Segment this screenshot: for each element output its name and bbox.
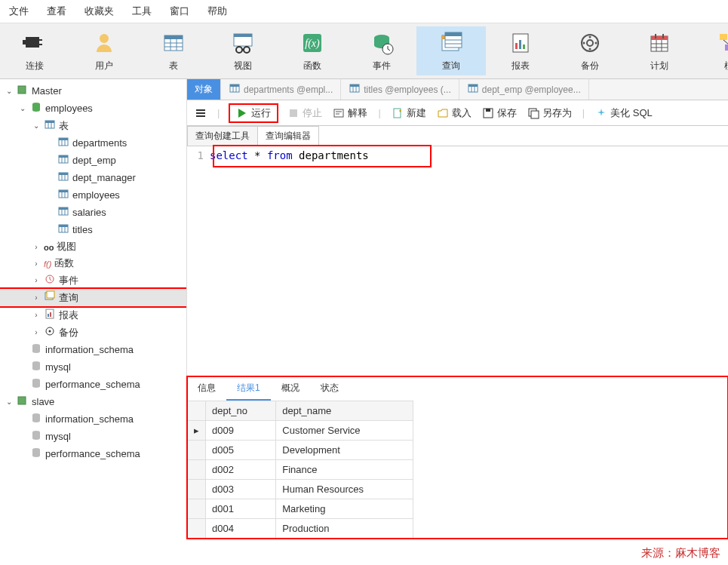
col-dept_name[interactable]: dept_name xyxy=(276,401,413,421)
cell[interactable]: d005 xyxy=(206,441,276,460)
tree--[interactable]: ›f()函数 xyxy=(0,255,186,272)
cell[interactable]: Development xyxy=(276,441,413,460)
expand-toggle[interactable]: › xyxy=(32,328,41,336)
tree-mysql[interactable]: mysql xyxy=(0,358,186,376)
toolbar-plug[interactable]: 连接 xyxy=(0,26,69,75)
cell[interactable]: Customer Service xyxy=(276,421,413,441)
restab-profile[interactable]: 概况 xyxy=(271,377,310,401)
toolbar-query[interactable]: 查询 xyxy=(416,26,486,75)
beautify-button[interactable]: 美化 SQL xyxy=(595,106,653,120)
expand-toggle[interactable]: ⌄ xyxy=(18,104,27,112)
run-button[interactable]: 运行 xyxy=(230,105,277,121)
save-button[interactable]: 保存 xyxy=(482,106,517,120)
toolbar-schedule[interactable]: 计划 xyxy=(625,26,694,75)
toolbar-event[interactable]: 事件 xyxy=(347,26,416,75)
sql-editor[interactable]: 1 select * from departments xyxy=(187,146,728,376)
tab-3[interactable]: dept_emp @employee... xyxy=(459,79,589,100)
stop-button[interactable]: 停止 xyxy=(287,106,322,120)
load-button[interactable]: 载入 xyxy=(437,106,472,120)
table-row[interactable]: d003Human Resources xyxy=(188,480,413,499)
svg-rect-118 xyxy=(486,109,490,112)
restab-result1[interactable]: 结果1 xyxy=(226,377,271,401)
subtab-builder[interactable]: 查询创建工具 xyxy=(187,126,258,146)
svg-text:f(x): f(x) xyxy=(305,38,320,50)
svg-point-90 xyxy=(49,330,51,333)
tree--[interactable]: ›查询 xyxy=(0,289,186,306)
tree-employees[interactable]: ⌄employees xyxy=(0,100,186,117)
toolbar-user[interactable]: 用户 xyxy=(69,26,139,75)
toolbar-report[interactable]: 报表 xyxy=(486,26,555,75)
tree-icon xyxy=(30,412,42,426)
cell[interactable]: d009 xyxy=(206,421,276,441)
toolbar-table[interactable]: 表 xyxy=(139,26,208,75)
tree-dept-emp[interactable]: dept_emp xyxy=(0,152,186,169)
expand-toggle[interactable]: › xyxy=(32,311,41,319)
cell[interactable]: Human Resources xyxy=(276,480,413,499)
tree-mysql[interactable]: mysql xyxy=(0,428,186,445)
menu-toggle-button[interactable] xyxy=(195,107,207,119)
tree-information-schema[interactable]: information_schema xyxy=(0,341,186,358)
tree-salaries[interactable]: salaries xyxy=(0,204,186,221)
restab-info[interactable]: 信息 xyxy=(187,377,226,401)
tab-1[interactable]: departments @empl... xyxy=(221,79,341,100)
code-area[interactable]: select * from departments xyxy=(210,149,728,373)
cell[interactable]: Marketing xyxy=(276,499,413,519)
tree-employees[interactable]: employees xyxy=(0,186,186,204)
tree-information-schema[interactable]: information_schema xyxy=(0,410,186,428)
tree-departments[interactable]: departments xyxy=(0,134,186,152)
expand-toggle[interactable]: ⌄ xyxy=(32,121,41,130)
cell[interactable]: d004 xyxy=(206,519,276,539)
tree-icon: f() xyxy=(44,258,51,269)
tree-dept-manager[interactable]: dept_manager xyxy=(0,169,186,186)
tree--[interactable]: ›报表 xyxy=(0,306,186,324)
tab-2[interactable]: titles @employees (... xyxy=(341,79,459,100)
menu-help[interactable]: 帮助 xyxy=(207,5,227,18)
tree-label: 函数 xyxy=(54,256,74,270)
expand-toggle[interactable]: › xyxy=(32,259,41,268)
tree--[interactable]: ›oo视图 xyxy=(0,238,186,255)
tree-slave[interactable]: ⌄slave xyxy=(0,393,186,410)
col-dept_no[interactable]: dept_no xyxy=(206,401,276,421)
tree--[interactable]: ›备份 xyxy=(0,324,186,341)
table-row[interactable]: d005Development xyxy=(188,441,413,460)
toolbar-backup[interactable]: 备份 xyxy=(555,26,625,75)
toolbar-model[interactable]: 模 xyxy=(694,26,728,75)
new-button[interactable]: 新建 xyxy=(392,106,426,120)
result-grid[interactable]: dept_nodept_name▸d009Customer Serviced00… xyxy=(187,401,413,539)
tree-performance-schema[interactable]: performance_schema xyxy=(0,376,186,393)
tree-performance-schema[interactable]: performance_schema xyxy=(0,445,186,462)
menu-favorites[interactable]: 收藏夹 xyxy=(84,5,114,18)
expand-toggle[interactable]: › xyxy=(32,276,41,284)
menu-tools[interactable]: 工具 xyxy=(132,5,152,18)
tree--[interactable]: ⌄表 xyxy=(0,117,186,134)
table-row[interactable]: d004Production xyxy=(188,519,413,539)
tree-titles[interactable]: titles xyxy=(0,221,186,238)
table-row[interactable]: d002Finance xyxy=(188,460,413,480)
menu-file[interactable]: 文件 xyxy=(9,5,29,18)
table-row[interactable]: ▸d009Customer Service xyxy=(188,421,413,441)
menu-view[interactable]: 查看 xyxy=(47,5,66,18)
tree-master[interactable]: ⌄Master xyxy=(0,82,186,100)
expand-toggle[interactable]: ⌄ xyxy=(5,398,14,406)
explain-button[interactable]: 解释 xyxy=(333,106,367,120)
saveas-button[interactable]: 另存为 xyxy=(527,106,572,120)
cell[interactable]: Production xyxy=(276,519,413,539)
menu-window[interactable]: 窗口 xyxy=(170,5,189,18)
svg-rect-114 xyxy=(290,109,297,117)
table-row[interactable]: d001Marketing xyxy=(188,499,413,519)
cell[interactable]: d002 xyxy=(206,460,276,480)
expand-toggle[interactable]: › xyxy=(32,243,41,251)
tab-0[interactable]: 对象 xyxy=(187,79,221,100)
toolbar-fx[interactable]: f(x)函数 xyxy=(278,26,347,75)
cell[interactable]: Finance xyxy=(276,460,413,480)
table-icon xyxy=(467,82,479,97)
expand-toggle[interactable]: ⌄ xyxy=(5,87,14,95)
toolbar-view[interactable]: 视图 xyxy=(208,26,278,75)
restab-status[interactable]: 状态 xyxy=(310,377,349,401)
subtab-editor[interactable]: 查询编辑器 xyxy=(257,126,319,146)
tree--[interactable]: ›事件 xyxy=(0,272,186,289)
svg-rect-58 xyxy=(59,138,68,140)
cell[interactable]: d003 xyxy=(206,480,276,499)
expand-toggle[interactable]: › xyxy=(32,293,41,302)
cell[interactable]: d001 xyxy=(206,499,276,519)
